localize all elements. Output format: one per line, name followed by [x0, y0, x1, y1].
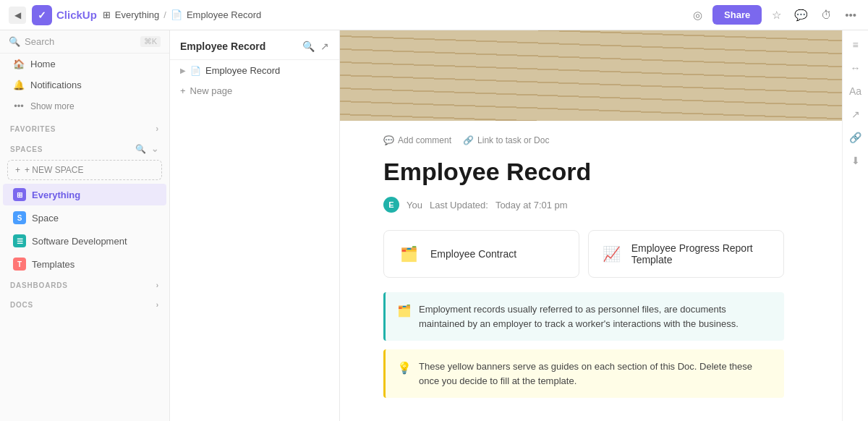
sidebar-item-templates[interactable]: T Templates — [3, 253, 166, 275]
spaces-header-icons: 🔍 ⌄ — [135, 144, 159, 154]
share-button[interactable]: Share — [712, 5, 762, 25]
breadcrumb-doc[interactable]: Employee Record — [187, 9, 261, 20]
docs-section[interactable]: DOCS › — [0, 295, 169, 315]
last-updated-value: Today at 7:01 pm — [495, 200, 568, 210]
svg-rect-5 — [340, 71, 842, 93]
nav-notifications-label: Notifications — [30, 80, 82, 90]
breadcrumb-grid-icon: ⊞ — [103, 9, 111, 20]
software-label: Software Development — [32, 236, 127, 247]
svg-rect-3 — [340, 58, 842, 71]
progress-label: Employee Progress Report Template — [631, 242, 772, 265]
svg-point-25 — [344, 58, 353, 67]
new-space-icon: + — [15, 165, 20, 175]
clock-icon[interactable]: ⏱ — [818, 6, 835, 24]
share-side-icon[interactable]: ↗ — [851, 109, 860, 120]
spaces-chevron[interactable]: ⌄ — [151, 144, 159, 154]
everything-label: Everything — [32, 190, 80, 200]
svg-rect-10 — [340, 116, 842, 122]
breadcrumb-separator: / — [163, 9, 166, 20]
font-size-icon[interactable]: Aa — [849, 85, 861, 97]
sidebar-item-software[interactable]: ☰ Software Development — [3, 230, 166, 252]
spaces-label: SPACES — [10, 145, 43, 153]
doc-actions-bar: 💬 Add comment 🔗 Link to task or Doc — [383, 135, 784, 145]
employee-contract-card[interactable]: 🗂️ Employee Contract — [383, 230, 579, 278]
author-avatar: E — [383, 197, 399, 213]
progress-report-card[interactable]: 📈 Employee Progress Report Template — [588, 230, 784, 278]
doc-sidebar-more-icon[interactable]: ↗ — [320, 41, 329, 52]
doc-sidebar: Employee Record 🔍 ↗ ▶ 📄 Employee Record … — [170, 30, 340, 421]
link-task-button[interactable]: 🔗 Link to task or Doc — [463, 135, 549, 145]
focus-icon[interactable]: ◎ — [690, 6, 705, 25]
link-icon: 🔗 — [463, 135, 474, 145]
svg-rect-4 — [340, 63, 842, 84]
logo-text: ClickUp — [56, 9, 97, 21]
yellow-banner: 💡 These yellow banners serve as guides o… — [383, 349, 784, 398]
doc-sidebar-title: Employee Record — [180, 41, 265, 52]
svg-rect-19 — [451, 88, 470, 103]
nav-home-label: Home — [30, 59, 56, 69]
export-icon[interactable]: ⬇ — [851, 155, 860, 166]
logo: ✓ ClickUp — [32, 5, 97, 25]
more-icon[interactable]: ••• — [842, 6, 859, 24]
tree-chevron-icon: ▶ — [180, 67, 186, 75]
svg-rect-2 — [340, 49, 842, 64]
spaces-search-icon[interactable]: 🔍 — [135, 144, 147, 154]
topbar-right: ◎ Share ☆ 💬 ⏱ ••• — [690, 5, 859, 25]
nav-notifications[interactable]: 🔔 Notifications — [3, 75, 166, 95]
svg-rect-15 — [517, 30, 538, 43]
link-task-label: Link to task or Doc — [477, 135, 549, 145]
doc-sidebar-header: Employee Record 🔍 ↗ — [170, 30, 339, 60]
dashboards-label: DASHBOARDS — [10, 281, 68, 289]
bell-icon: 🔔 — [13, 80, 25, 90]
topbar-left: ◀ ✓ ClickUp ⊞ Everything / 📄 Employee Re… — [9, 5, 261, 25]
dashboards-section[interactable]: DASHBOARDS › — [0, 276, 169, 295]
svg-rect-24 — [340, 30, 359, 121]
nav-show-more[interactable]: ••• Show more — [3, 95, 166, 116]
sidebar-item-space[interactable]: S Space — [3, 207, 166, 229]
document-meta: E You Last Updated: Today at 7:01 pm — [383, 197, 784, 213]
new-space-button[interactable]: + + NEW SPACE — [7, 160, 162, 180]
list-view-icon[interactable]: ≡ — [852, 39, 858, 51]
space-badge: S — [13, 211, 26, 224]
doc-search-icon[interactable]: 🔍 — [302, 41, 315, 52]
templates-label: Templates — [32, 259, 75, 270]
svg-rect-22 — [658, 77, 681, 93]
sidebar-toggle[interactable]: ◀ — [9, 7, 26, 24]
svg-rect-0 — [340, 30, 842, 121]
space-label: Space — [32, 213, 59, 224]
templates-badge: T — [13, 258, 26, 271]
star-icon[interactable]: ☆ — [769, 6, 784, 25]
comment-icon[interactable]: 💬 — [791, 6, 811, 25]
link-side-icon[interactable]: 🔗 — [849, 132, 861, 143]
svg-rect-18 — [679, 35, 700, 48]
favorites-section-header: FAVORITES › — [0, 116, 169, 137]
nav-show-more-label: Show more — [30, 101, 75, 111]
yellow-banner-icon: 💡 — [397, 360, 412, 388]
hero-svg — [340, 30, 842, 121]
document-title[interactable]: Employee Record — [383, 157, 784, 187]
breadcrumb-everything[interactable]: Everything — [115, 9, 159, 20]
doc-sidebar-action-icons: 🔍 ↗ — [302, 41, 329, 52]
sidebar-item-everything[interactable]: ⊞ Everything — [3, 184, 166, 205]
expand-icon[interactable]: ↔ — [851, 62, 861, 74]
favorites-chevron[interactable]: › — [156, 124, 159, 134]
tree-item-label: Employee Record — [205, 65, 280, 76]
doc-content-area: 💬 Add comment 🔗 Link to task or Doc Empl… — [340, 121, 842, 421]
search-icon: 🔍 — [9, 36, 20, 47]
new-page-button[interactable]: + New page — [170, 81, 339, 101]
new-page-plus-icon: + — [180, 85, 186, 96]
add-comment-button[interactable]: 💬 Add comment — [383, 135, 451, 145]
svg-rect-14 — [473, 36, 497, 52]
svg-rect-23 — [709, 82, 728, 95]
yellow-banner-text: These yellow banners serve as guides on … — [419, 360, 773, 388]
more-dots-icon: ••• — [13, 101, 25, 111]
search-bar[interactable]: 🔍 Search ⌘K — [0, 30, 169, 54]
last-updated-label: Last Updated: — [430, 200, 488, 210]
teal-banner: 🗂️ Employment records usually referred t… — [383, 292, 784, 341]
nav-home[interactable]: 🏠 Home — [3, 54, 166, 75]
teal-banner-icon: 🗂️ — [397, 302, 412, 331]
contract-icon: 🗂️ — [396, 241, 422, 267]
svg-rect-6 — [340, 84, 842, 97]
breadcrumb: ⊞ Everything / 📄 Employee Record — [103, 9, 261, 20]
doc-tree-employee-record[interactable]: ▶ 📄 Employee Record — [170, 60, 339, 81]
